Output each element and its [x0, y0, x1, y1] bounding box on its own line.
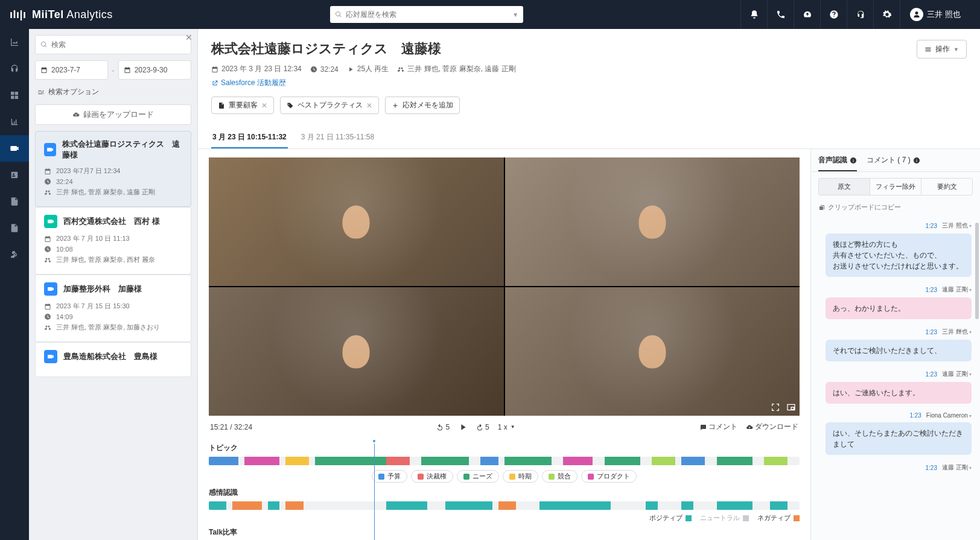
support-button[interactable]	[847, 0, 873, 29]
search-options-toggle[interactable]: 検索オプション	[35, 86, 191, 98]
tag-best-practice[interactable]: ベストプラクティス ✕	[280, 97, 379, 114]
fullscreen-icon[interactable]	[771, 402, 780, 412]
notifications-button[interactable]	[740, 0, 767, 29]
info-icon	[850, 157, 857, 164]
tab-comments[interactable]: コメント ( 7 )	[867, 155, 920, 171]
topic-legend-item[interactable]: プロダクト	[581, 470, 637, 483]
scrollbar[interactable]	[975, 223, 979, 319]
nav-clipboard[interactable]	[0, 188, 29, 215]
play-button[interactable]	[458, 422, 468, 432]
menu-icon	[924, 46, 932, 53]
transcript-timestamp[interactable]: 1:23	[926, 287, 937, 293]
participant-tile[interactable]	[209, 157, 504, 286]
conversation-list-pane: ✕ 2023-7-7 - 2023-9-30 検索オプション	[29, 29, 198, 540]
conversation-card[interactable]: 加藤整形外科 加藤様2023 年 7 月 15 日 15:3014:09三井 輝…	[35, 275, 191, 342]
search-icon	[335, 11, 342, 18]
transcript-speaker[interactable]: 遠藤 正剛	[942, 285, 972, 294]
nav-analytics[interactable]	[0, 29, 29, 56]
phone-button[interactable]	[767, 0, 794, 29]
zoom-icon	[44, 350, 57, 363]
conversation-card[interactable]: 豊島造船株式会社 豊島様	[35, 342, 191, 377]
transcript-sub-tab[interactable]: フィラー除外	[870, 179, 921, 195]
player-time: 15:21 / 32:24	[210, 423, 252, 431]
page-title: 株式会社遠藤ロジスティクス 遠藤様	[211, 40, 908, 58]
conversation-card[interactable]: 株式会社遠藤ロジスティクス 遠藤様2023 年7月7 日 12:3432:24三…	[35, 131, 191, 207]
topic-legend-item[interactable]: 競合	[542, 470, 578, 483]
topic-legend-item[interactable]: 時期	[503, 470, 538, 483]
session-tab[interactable]: 3 月 21 日 11:35-11:58	[300, 127, 375, 148]
transcript-timestamp[interactable]: 1:23	[926, 371, 937, 378]
nav-admin[interactable]	[0, 241, 29, 268]
transcript-message[interactable]: あっ、わかりました。	[826, 297, 972, 319]
transcript-message[interactable]: はい、ご連絡いたします。	[826, 382, 972, 404]
teal-icon	[44, 215, 57, 228]
transcript-speaker[interactable]: 遠藤 正剛	[942, 370, 972, 378]
copy-to-clipboard[interactable]: クリップボードにコピー	[811, 202, 980, 217]
add-memo-button[interactable]: 応対メモを追加	[385, 97, 460, 114]
forward-button[interactable]: 5	[476, 423, 489, 431]
topic-legend-item[interactable]: ニーズ	[457, 470, 499, 483]
operate-button[interactable]: 操作 ▼	[917, 40, 967, 59]
copy-icon	[818, 204, 826, 211]
tag-important-customer[interactable]: 重要顧客 ✕	[211, 97, 274, 114]
settings-button[interactable]	[873, 0, 900, 29]
session-tab[interactable]: 3 月 23 日 10:15-11:32	[211, 127, 288, 148]
list-search[interactable]	[35, 35, 191, 54]
list-search-input[interactable]	[51, 40, 186, 49]
transcript-speaker[interactable]: 遠藤 正剛	[942, 463, 972, 472]
tab-speech-recognition[interactable]: 音声認識	[818, 155, 857, 171]
brand: ılı|ı MiiTel Analytics	[10, 8, 113, 21]
global-search-input[interactable]	[346, 10, 512, 19]
transcript-sub-tab[interactable]: 要約文	[921, 179, 972, 195]
topic-legend-item[interactable]: 予算	[372, 470, 407, 483]
emotion-legend-item: ネガティブ	[757, 513, 800, 523]
nav-calls[interactable]	[0, 56, 29, 82]
date-from-input[interactable]: 2023-7-7	[35, 60, 108, 80]
external-link-icon	[211, 80, 218, 87]
transcript-message[interactable]: 後ほど弊社の方にも 共有させていただいた、もので、 お送りさせていただければと思…	[826, 233, 972, 277]
speed-button[interactable]: 1 x▼	[498, 423, 515, 431]
conversation-card[interactable]: 西村交通株式会社 西村 様2023 年 7 月 10 日 11:1310:08三…	[35, 207, 191, 275]
nav-grid[interactable]	[0, 82, 29, 109]
transcript-sub-tab[interactable]: 原文	[819, 179, 870, 195]
remove-tag-button[interactable]: ✕	[366, 101, 372, 110]
remove-tag-button[interactable]: ✕	[261, 101, 267, 110]
transcript-speaker[interactable]: 三井 輝也	[942, 328, 972, 336]
dashboard-button[interactable]	[794, 0, 820, 29]
upload-recording-button[interactable]: 録画をアップロード	[35, 104, 191, 125]
transcript-timestamp[interactable]: 1:23	[926, 329, 937, 335]
meta-duration: 32:24	[310, 65, 339, 74]
transcript-timestamp[interactable]: 1:23	[909, 412, 921, 419]
pip-icon[interactable]	[786, 402, 796, 412]
chevron-down-icon: ▼	[512, 11, 518, 18]
participant-tile[interactable]	[209, 287, 504, 416]
user-menu[interactable]: 三井 照也	[900, 0, 970, 29]
transcript-timestamp[interactable]: 1:23	[926, 465, 937, 471]
search-icon	[40, 41, 48, 48]
topic-track[interactable]	[209, 457, 800, 465]
comment-button[interactable]: コメント	[699, 422, 737, 432]
transcript-speaker[interactable]: 三井 照也	[942, 221, 972, 230]
emotion-track[interactable]	[209, 501, 800, 510]
salesforce-link[interactable]: Salesforce 活動履歴	[211, 78, 908, 88]
rewind-button[interactable]: 5	[436, 423, 450, 431]
date-to-input[interactable]: 2023-9-30	[118, 60, 191, 80]
participant-tile[interactable]	[505, 287, 800, 416]
topic-label: トピック	[209, 443, 800, 453]
nav-video[interactable]	[0, 135, 29, 162]
global-search[interactable]: ▼	[330, 6, 523, 23]
transcript-timestamp[interactable]: 1:23	[926, 223, 937, 229]
help-button[interactable]	[820, 0, 847, 29]
nav-docs[interactable]	[0, 215, 29, 241]
transcript-speaker[interactable]: Fiona Cameron	[926, 412, 972, 419]
download-button[interactable]: ダウンロード	[746, 422, 798, 432]
topic-legend-item[interactable]: 決裁権	[411, 470, 453, 483]
nav-reports[interactable]	[0, 109, 29, 135]
close-list-button[interactable]: ✕	[185, 33, 192, 42]
participant-tile[interactable]	[505, 157, 800, 286]
nav-contacts[interactable]	[0, 162, 29, 188]
talk-ratio-label: Talk比率	[209, 527, 800, 538]
transcript-message[interactable]: それではご検討いただきまして、	[826, 340, 972, 361]
tag-icon	[287, 102, 294, 109]
transcript-message[interactable]: はい、そしたらまたあのご検討いただきまして	[826, 422, 972, 455]
